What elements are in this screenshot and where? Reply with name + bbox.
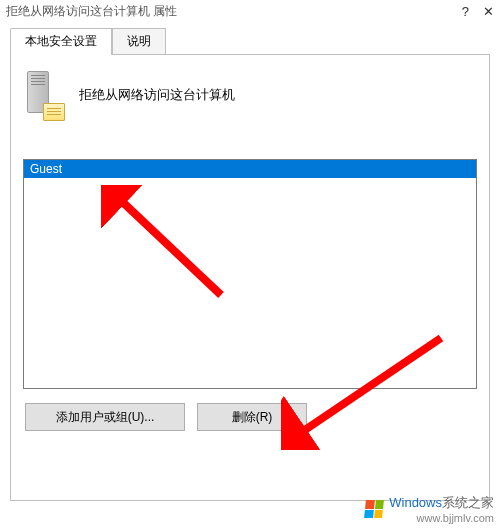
window-title: 拒绝从网络访问这台计算机 属性 xyxy=(6,3,462,20)
window-titlebar: 拒绝从网络访问这台计算机 属性 ? ✕ xyxy=(0,0,500,22)
server-policy-icon xyxy=(23,71,63,119)
watermark: Windows系统之家 www.bjjmlv.com xyxy=(365,494,494,524)
list-item[interactable]: Guest xyxy=(24,160,476,178)
windows-logo-icon xyxy=(364,500,384,518)
list-item-label: Guest xyxy=(30,162,62,176)
titlebar-controls: ? ✕ xyxy=(462,5,494,18)
watermark-text: Windows系统之家 www.bjjmlv.com xyxy=(389,494,494,524)
add-user-or-group-button[interactable]: 添加用户或组(U)... xyxy=(25,403,185,431)
button-row: 添加用户或组(U)... 删除(R) xyxy=(23,403,477,431)
policy-title: 拒绝从网络访问这台计算机 xyxy=(79,86,235,104)
tab-local-security[interactable]: 本地安全设置 xyxy=(10,28,112,54)
help-button[interactable]: ? xyxy=(462,5,469,18)
remove-button[interactable]: 删除(R) xyxy=(197,403,307,431)
tab-strip: 本地安全设置 说明 xyxy=(10,28,490,55)
policy-header: 拒绝从网络访问这台计算机 xyxy=(23,71,477,119)
dialog-body: 本地安全设置 说明 拒绝从网络访问这台计算机 Guest 添加用户或组(U)..… xyxy=(0,22,500,511)
close-button[interactable]: ✕ xyxy=(483,5,494,18)
tab-explain[interactable]: 说明 xyxy=(112,28,166,54)
watermark-brand-suffix: 系统之家 xyxy=(442,495,494,510)
users-listbox[interactable]: Guest xyxy=(23,159,477,389)
watermark-brand-prefix: Windows xyxy=(389,495,442,510)
button-label: 添加用户或组(U)... xyxy=(56,409,155,426)
tab-label: 说明 xyxy=(127,34,151,48)
button-label: 删除(R) xyxy=(232,409,273,426)
tab-content-local-security: 拒绝从网络访问这台计算机 Guest 添加用户或组(U)... 删除(R) xyxy=(10,55,490,501)
watermark-url: www.bjjmlv.com xyxy=(389,512,494,524)
tab-label: 本地安全设置 xyxy=(25,34,97,48)
